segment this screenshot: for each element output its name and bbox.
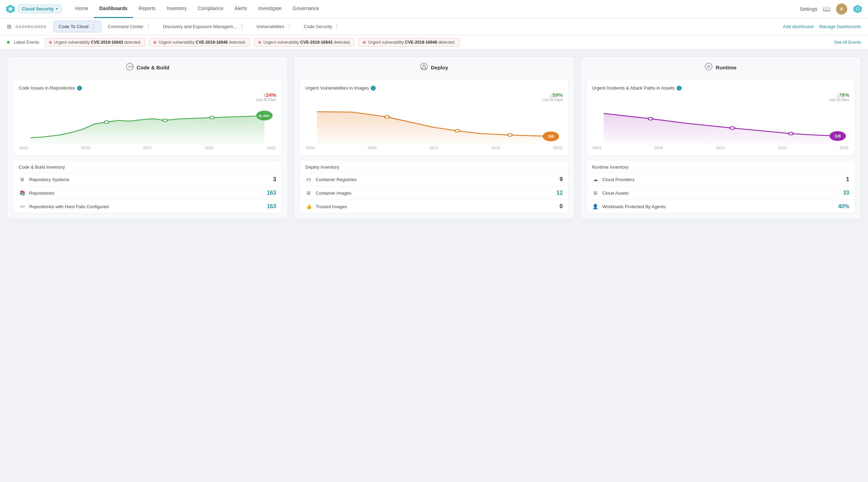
inventory-row-container-registries[interactable]: 🗃 Container Registries 9: [300, 172, 568, 186]
nav-home[interactable]: Home: [70, 0, 94, 18]
runtime-panel: Runtime Urgent Incidents & Attack Paths …: [580, 57, 861, 219]
nav-investigate[interactable]: Investigate: [252, 0, 287, 18]
nav-governance[interactable]: Governance: [287, 0, 325, 18]
inventory-row-cloud-providers[interactable]: ☁ Cloud Providers 1: [586, 172, 855, 186]
cloud-providers-value: 1: [846, 176, 849, 183]
tab-discovery[interactable]: Discovery and Exposure Managem... ⋮: [158, 21, 250, 32]
main-content: </> Code & Build Code Issues in Reposito…: [0, 50, 868, 226]
nav-right: Settings 📖 A ⬡: [800, 3, 862, 15]
deploy-inventory-card: Deploy Inventory 🗃 Container Registries …: [299, 160, 568, 213]
hard-fails-icon: </>: [19, 204, 26, 209]
chart-days: Last 30 Days: [256, 98, 276, 102]
docs-icon[interactable]: 📖: [823, 5, 831, 13]
chart-info-icon[interactable]: i: [677, 86, 682, 91]
svg-point-14: [385, 116, 389, 118]
inventory-row-repo-systems[interactable]: 🖥 Repository Systems 3: [13, 172, 282, 186]
runtime-inventory-title: Runtime Inventory: [586, 160, 855, 172]
code-issues-chart-card: Code Issues in Repositories i ↑24% Last …: [13, 79, 282, 156]
tab-more-icon[interactable]: ⋮: [91, 23, 96, 30]
x-label: 09/16: [778, 146, 787, 150]
svg-point-2: [9, 8, 12, 10]
container-images-label: Container Images: [316, 191, 553, 196]
settings-link[interactable]: Settings: [800, 6, 817, 12]
code-build-header: </> Code & Build: [13, 62, 282, 75]
hard-fails-value: 163: [267, 203, 276, 210]
trusted-images-icon: 👍: [305, 204, 312, 209]
tab-vulnerabilities[interactable]: Vulnerabilities ⋮: [251, 21, 297, 32]
chart-info-icon[interactable]: i: [77, 86, 82, 91]
x-label: 09/04: [306, 146, 315, 150]
inventory-row-workloads[interactable]: 👤 Workloads Protected By Agents 40%: [586, 200, 855, 213]
manage-dashboards-button[interactable]: Manage Dashboards: [819, 24, 861, 29]
nav-dashboards[interactable]: Dashboards: [94, 0, 133, 18]
event-pill-4[interactable]: ⊗ Urgent vulnerability CVE-2019-16946 de…: [359, 38, 459, 46]
x-label: 09/08: [368, 146, 376, 150]
x-label: 09/16: [492, 146, 500, 150]
inventory-row-cloud-assets[interactable]: ⊞ Cloud Assets 33: [586, 186, 855, 200]
event-pill-1[interactable]: ⊗ Urgent vulnerability CVE-2019-16943 de…: [45, 38, 145, 46]
runtime-header: Runtime: [586, 62, 855, 75]
inventory-row-container-images[interactable]: ⊞ Container Images 12: [300, 186, 568, 200]
avatar[interactable]: A: [836, 3, 847, 15]
cloud-security-button[interactable]: Cloud Security ▾: [18, 5, 61, 13]
nav-reports[interactable]: Reports: [133, 0, 161, 18]
hard-fails-label: Repositories with Hard Fails Configured: [29, 204, 264, 209]
tab-more-icon[interactable]: ⋮: [239, 23, 244, 30]
svg-text:18: 18: [834, 134, 841, 138]
chart-meta: ↓59% Last 30 Days: [305, 92, 562, 102]
chart-meta: ↑24% Last 30 Days: [19, 92, 276, 102]
workloads-label: Workloads Protected By Agents: [602, 204, 835, 209]
svg-point-19: [705, 63, 712, 70]
tab-code-to-cloud[interactable]: Code To Cloud ⋮: [53, 21, 101, 32]
see-all-events-link[interactable]: See All Events: [834, 40, 861, 45]
nav-compliance[interactable]: Compliance: [192, 0, 229, 18]
inventory-row-hard-fails[interactable]: </> Repositories with Hard Fails Configu…: [13, 200, 282, 213]
dashboards-label: DASHBOARDS: [16, 25, 47, 29]
svg-text:</>: </>: [128, 65, 133, 69]
nav-inventory[interactable]: Inventory: [161, 0, 192, 18]
runtime-icon: [704, 62, 713, 73]
tab-command-center[interactable]: Command Center ⋮: [103, 21, 157, 32]
deploy-panel: Deploy Urgent Vulnerabilities in Images …: [293, 57, 574, 219]
svg-point-20: [648, 117, 652, 120]
container-registries-value: 9: [560, 176, 563, 183]
warn-icon: ⊗: [153, 40, 157, 45]
add-dashboard-button[interactable]: Add dashboard: [783, 24, 813, 29]
deploy-inventory-title: Deploy Inventory: [300, 160, 568, 172]
event-pill-2[interactable]: ⊗ Urgent vulnerability CVE-2019-16946 de…: [149, 38, 250, 46]
container-registries-icon: 🗃: [305, 177, 312, 182]
tab-code-security[interactable]: Code Security ⋮: [299, 21, 345, 32]
events-dot: [7, 41, 10, 44]
inventory-row-repositories[interactable]: 📚 Repositories 163: [13, 186, 282, 200]
tab-more-icon[interactable]: ⋮: [145, 23, 151, 30]
chart-info-icon[interactable]: i: [371, 86, 376, 91]
repositories-label: Repositories: [29, 191, 264, 196]
chart-days: Last 30 Days: [829, 98, 849, 102]
dashboard-icon: ⊞: [7, 23, 11, 30]
x-label: 09/18: [840, 146, 849, 150]
cloud-providers-label: Cloud Providers: [602, 177, 843, 182]
dash-actions: Add dashboard Manage Dashboards: [783, 24, 861, 29]
deploy-header: Deploy: [299, 62, 568, 75]
workloads-icon: 👤: [592, 204, 599, 209]
runtime-chart: 18: [592, 103, 849, 145]
tab-more-icon[interactable]: ⋮: [286, 23, 292, 30]
x-label: 09/12: [429, 146, 438, 150]
container-images-icon: ⊞: [305, 190, 312, 196]
chart-title: Code Issues in Repositories i: [19, 85, 276, 91]
code-build-panel: </> Code & Build Code Issues in Reposito…: [7, 57, 288, 219]
inventory-row-trusted-images[interactable]: 👍 Trusted Images 0: [300, 200, 568, 213]
brand-chevron: ▾: [56, 7, 58, 11]
svg-point-16: [508, 134, 512, 136]
tab-more-icon[interactable]: ⋮: [334, 23, 340, 30]
svg-point-9: [209, 116, 214, 119]
nav-alerts[interactable]: Alerts: [229, 0, 253, 18]
deploy-icon: [420, 62, 428, 73]
chart-pct: ↓59%: [542, 92, 562, 98]
svg-point-22: [788, 132, 793, 135]
event-pill-3[interactable]: ⊗ Urgent vulnerability CVE-2019-16943 de…: [254, 38, 355, 46]
help-icon[interactable]: ⬡: [853, 4, 862, 14]
trusted-images-value: 0: [560, 203, 563, 210]
svg-marker-13: [422, 65, 426, 69]
events-banner: Latest Events ⊗ Urgent vulnerability CVE…: [0, 35, 868, 50]
